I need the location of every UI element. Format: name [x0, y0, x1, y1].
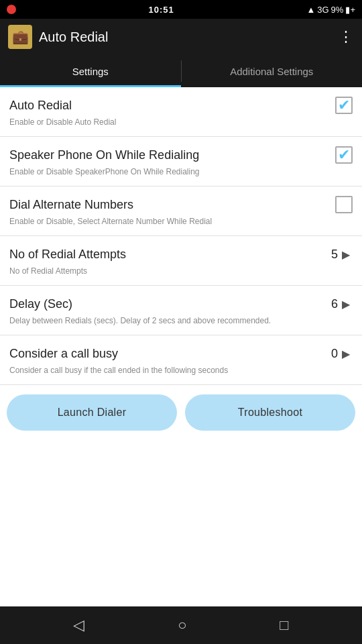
checkbox-speaker-phone[interactable]: ✔ [335, 146, 353, 164]
setting-desc-call-busy: Consider a call busy if the call ended i… [9, 366, 353, 375]
checkbox-dial-alternate[interactable]: ✔ [335, 196, 353, 213]
spinner-arrow-call-busy[interactable]: ▶ [339, 345, 353, 362]
status-bar: 10:51 ▲ 3G 9% ▮+ [0, 0, 362, 19]
setting-main-dial-alternate: Dial Alternate Numbers ✔ [9, 196, 353, 213]
setting-desc-speaker-phone: Enable or Disable SpeakerPhone On While … [9, 167, 353, 176]
troubleshoot-button[interactable]: Troubleshoot [185, 394, 355, 431]
setting-desc-dial-alternate: Enable or Disable, Select Alternate Numb… [9, 217, 353, 226]
nav-bar: ◁ ○ □ [0, 606, 362, 644]
title-bar: 💼 Auto Redial ⋮ [0, 19, 362, 55]
spinner-value-delay: 6 [312, 297, 339, 311]
recents-button[interactable]: □ [280, 616, 288, 634]
status-time: 10:51 [149, 5, 174, 15]
spinner-redial-attempts[interactable]: 5 ▶ [312, 246, 353, 263]
battery-percent: 9% [331, 5, 344, 15]
setting-row-auto-redial: Auto Redial ✔ Enable or Disable Auto Red… [0, 87, 362, 137]
spinner-value-redial-attempts: 5 [312, 248, 339, 262]
battery-icon: ▮+ [345, 5, 355, 15]
content-area: Auto Redial ✔ Enable or Disable Auto Red… [0, 87, 362, 523]
setting-title-dial-alternate: Dial Alternate Numbers [9, 198, 335, 212]
tab-bar: Settings Additional Settings [0, 55, 362, 87]
overflow-menu-button[interactable]: ⋮ [339, 28, 354, 46]
setting-row-dial-alternate: Dial Alternate Numbers ✔ Enable or Disab… [0, 186, 362, 236]
button-row: Launch Dialer Troubleshoot [0, 385, 362, 440]
tab-settings[interactable]: Settings [0, 55, 181, 87]
setting-desc-redial-attempts: No of Redial Attempts [9, 266, 353, 276]
signal-icon: 3G [317, 5, 328, 15]
setting-main-call-busy: Consider a call busy 0 ▶ [9, 345, 353, 362]
setting-main-speaker-phone: Speaker Phone On While Redialing ✔ [9, 146, 353, 164]
spinner-arrow-redial-attempts[interactable]: ▶ [339, 246, 353, 263]
status-icons: ▲ 3G 9% ▮+ [306, 5, 355, 15]
wifi-icon: ▲ [306, 5, 315, 15]
home-button[interactable]: ○ [178, 616, 186, 634]
spinner-value-call-busy: 0 [312, 347, 339, 361]
spinner-call-busy[interactable]: 0 ▶ [312, 345, 353, 362]
checkbox-auto-redial[interactable]: ✔ [335, 97, 353, 114]
setting-desc-auto-redial: Enable or Disable Auto Redial [9, 117, 353, 127]
app-title: Auto Redial [39, 30, 108, 45]
title-bar-left: 💼 Auto Redial [8, 25, 108, 49]
spinner-delay[interactable]: 6 ▶ [312, 295, 353, 313]
app-icon: 💼 [8, 25, 32, 49]
spinner-arrow-delay[interactable]: ▶ [339, 295, 353, 313]
setting-desc-delay: Delay between Redials (secs). Delay of 2… [9, 316, 353, 325]
setting-row-call-busy: Consider a call busy 0 ▶ Consider a call… [0, 335, 362, 385]
back-button[interactable]: ◁ [73, 616, 84, 634]
setting-main-delay: Delay (Sec) 6 ▶ [9, 295, 353, 313]
setting-title-delay: Delay (Sec) [9, 297, 312, 311]
checkmark-auto-redial: ✔ [338, 98, 350, 113]
setting-row-speaker-phone: Speaker Phone On While Redialing ✔ Enabl… [0, 137, 362, 186]
setting-main-redial-attempts: No of Redial Attempts 5 ▶ [9, 246, 353, 263]
setting-row-delay: Delay (Sec) 6 ▶ Delay between Redials (s… [0, 286, 362, 335]
tab-additional-settings[interactable]: Additional Settings [182, 55, 363, 87]
setting-title-call-busy: Consider a call busy [9, 347, 312, 361]
setting-title-speaker-phone: Speaker Phone On While Redialing [9, 148, 335, 162]
setting-main-auto-redial: Auto Redial ✔ [9, 97, 353, 114]
setting-title-redial-attempts: No of Redial Attempts [9, 248, 312, 262]
setting-title-auto-redial: Auto Redial [9, 99, 335, 113]
launch-dialer-button[interactable]: Launch Dialer [7, 394, 177, 431]
checkmark-speaker-phone: ✔ [338, 148, 350, 162]
notification-dot [7, 5, 16, 14]
setting-row-redial-attempts: No of Redial Attempts 5 ▶ No of Redial A… [0, 236, 362, 286]
spacer [0, 523, 362, 606]
